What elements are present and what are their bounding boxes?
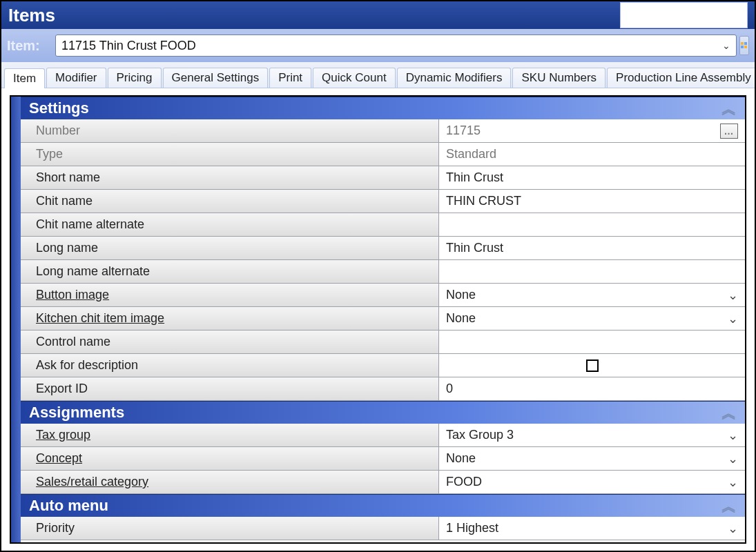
chevron-down-icon: ⌄ [728,428,738,443]
panel-border: Settings ︽ Number 11715 … Type Standard … [10,95,746,544]
value-priority[interactable]: 1 Highest ⌄ [439,517,745,540]
row-export-id: Export ID 0 [21,377,745,401]
grid-icon [741,42,748,49]
chevron-down-icon: ⌄ [728,451,738,466]
value-tax-group[interactable]: Tax Group 3 ⌄ [439,424,745,446]
value-long-name[interactable]: Thin Crust [439,237,745,259]
value-sales-category[interactable]: FOOD ⌄ [439,471,745,493]
label-kitchen-image: Kitchen chit item image [21,307,439,330]
collapse-icon: ︽ [721,105,737,112]
row-long-name: Long name Thin Crust [21,237,745,260]
label-button-image: Button image [21,284,439,306]
value-chit-name[interactable]: THIN CRUST [439,190,745,213]
value-export-id[interactable]: 0 [439,377,745,400]
value-concept[interactable]: None ⌄ [439,447,745,470]
value-kitchen-image-text: None [446,311,476,326]
row-long-alt: Long name alternate [21,260,745,284]
sections-container: Settings ︽ Number 11715 … Type Standard … [21,97,745,542]
value-kitchen-image[interactable]: None ⌄ [439,307,745,330]
row-button-image: Button image None ⌄ [21,284,745,307]
label-long-alt: Long name alternate [21,260,439,283]
section-header-settings[interactable]: Settings ︽ [21,97,745,119]
label-short-name: Short name [21,166,439,189]
row-control-name: Control name [21,331,745,354]
chevron-down-icon: ⌄ [728,475,738,490]
row-chit-alt: Chit name alternate [21,213,745,237]
value-priority-text: 1 Highest [446,521,498,535]
section-title-assignments: Assignments [29,404,124,422]
value-number-text: 11715 [446,124,481,138]
checkbox-ask-description[interactable] [586,359,599,372]
title-right-box [620,2,748,28]
row-short-name: Short name Thin Crust [21,166,745,190]
panel-accent-strip [11,97,21,542]
row-ask-description: Ask for description [21,354,745,377]
label-export-id: Export ID [21,377,439,400]
svg-rect-2 [741,46,744,48]
chevron-down-icon: ⌄ [728,288,738,303]
section-header-assignments[interactable]: Assignments ︽ [21,401,745,424]
tab-pricing[interactable]: Pricing [108,68,162,88]
item-selector-row: Item: 11715 Thin Crust FOOD ⌄ [1,29,755,62]
chevron-down-icon: ⌄ [728,521,738,536]
section-title-settings: Settings [29,99,89,117]
item-selector-dropdown[interactable]: 11715 Thin Crust FOOD ⌄ [55,34,737,57]
row-concept: Concept None ⌄ [21,447,745,471]
item-selector-value: 11715 Thin Crust FOOD [61,39,196,53]
title-bar: Items [1,1,755,29]
row-number: Number 11715 … [21,119,745,143]
collapse-icon: ︽ [721,409,737,417]
tab-strip: Item Modifier Pricing General Settings P… [1,62,755,88]
label-concept: Concept [21,447,439,470]
row-sales-category: Sales/retail category FOOD ⌄ [21,471,745,494]
label-chit-name: Chit name [21,190,439,213]
value-ask-description[interactable] [439,354,745,377]
row-type: Type Standard [21,143,745,166]
label-number: Number [21,119,439,142]
value-type[interactable]: Standard [439,143,745,166]
collapse-icon: ︽ [721,502,737,510]
label-priority: Priority [21,517,439,540]
svg-rect-3 [744,46,747,48]
svg-rect-0 [741,42,744,45]
value-number[interactable]: 11715 … [439,119,745,142]
tab-dynamic-modifiers[interactable]: Dynamic Modifiers [397,68,512,88]
item-selector-aux-button[interactable] [739,36,749,55]
label-control-name: Control name [21,331,439,353]
panel-area: Settings ︽ Number 11715 … Type Standard … [1,88,755,551]
label-tax-group: Tax group [21,424,439,446]
label-ask-description: Ask for description [21,354,439,377]
tab-modifier[interactable]: Modifier [46,68,106,88]
chevron-down-icon: ⌄ [722,40,730,51]
tab-sku-numbers[interactable]: SKU Numbers [512,68,605,88]
row-kitchen-image: Kitchen chit item image None ⌄ [21,307,745,331]
tab-print[interactable]: Print [269,68,311,88]
ellipsis-button[interactable]: … [720,124,738,139]
row-chit-name: Chit name THIN CRUST [21,190,745,213]
tab-item[interactable]: Item [4,68,45,88]
item-selector-label: Item: [7,38,55,54]
svg-rect-1 [744,42,747,45]
label-chit-alt: Chit name alternate [21,213,439,236]
value-sales-category-text: FOOD [446,475,482,489]
section-title-auto-menu: Auto menu [29,497,108,515]
row-priority: Priority 1 Highest ⌄ [21,517,745,540]
window-title: Items [8,5,55,26]
value-button-image[interactable]: None ⌄ [439,284,745,306]
row-tax-group: Tax group Tax Group 3 ⌄ [21,424,745,447]
value-tax-group-text: Tax Group 3 [446,428,514,442]
value-control-name[interactable] [439,331,745,353]
value-short-name[interactable]: Thin Crust [439,166,745,189]
value-long-alt[interactable] [439,260,745,283]
value-chit-alt[interactable] [439,213,745,236]
tab-production-line-assembly[interactable]: Production Line Assembly [607,68,756,88]
label-type: Type [21,143,439,166]
tab-quick-count[interactable]: Quick Count [313,68,396,88]
section-header-auto-menu[interactable]: Auto menu ︽ [21,494,745,517]
chevron-down-icon: ⌄ [728,311,738,326]
value-concept-text: None [446,451,476,466]
label-long-name: Long name [21,237,439,259]
tab-general-settings[interactable]: General Settings [163,68,269,88]
label-sales-category: Sales/retail category [21,471,439,493]
value-button-image-text: None [446,288,476,302]
